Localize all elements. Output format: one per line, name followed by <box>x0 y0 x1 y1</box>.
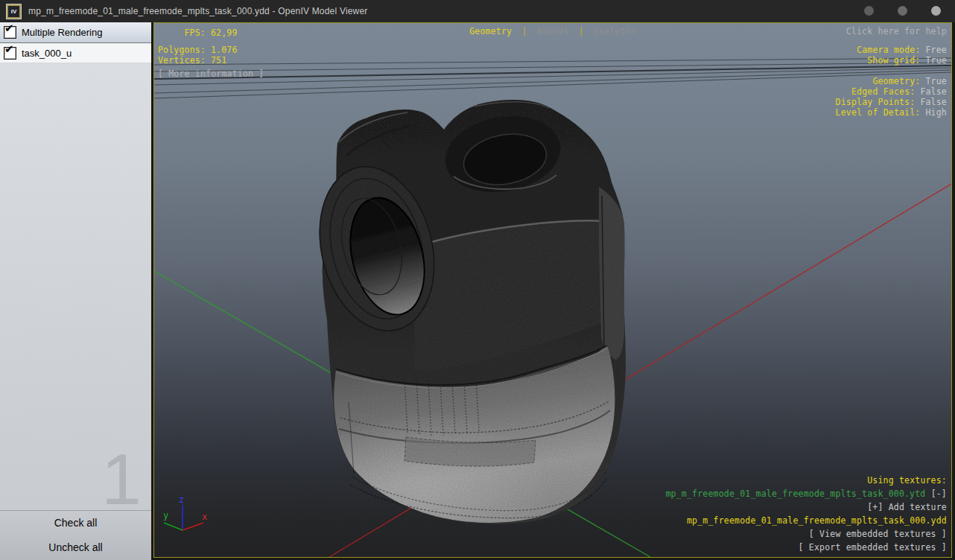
maximize-button[interactable] <box>898 6 907 16</box>
3d-viewport[interactable]: z y x FPS: 62,99 Polygons: 1.076 Vertice… <box>153 22 952 558</box>
tab-separator: | <box>579 26 584 36</box>
uncheck-all-button[interactable]: Uncheck all <box>0 535 151 560</box>
model-item-checkbox[interactable]: ✔ <box>4 47 16 60</box>
more-information-link[interactable]: [ More information ] <box>158 69 264 79</box>
sidebar-buttons: Check all Uncheck all <box>0 510 151 560</box>
ytd-file-link[interactable]: mp_m_freemode_01_male_freemode_mplts_tas… <box>665 489 925 499</box>
vertices-label: Vertices: <box>158 55 206 66</box>
edged-faces-option[interactable]: Edged Faces:False <box>836 86 947 97</box>
vertices-value: 751 <box>211 55 226 66</box>
model-vest <box>303 100 626 524</box>
viewer-tabs: Geometry | Bounds | Skeleton <box>154 26 951 36</box>
checkmark-icon: ✔ <box>4 23 14 34</box>
add-texture-button[interactable]: [+] Add texture <box>665 500 947 514</box>
camera-mode-option[interactable]: Camera mode:Free <box>857 45 947 55</box>
axis-gizmo: z y x <box>163 494 207 530</box>
display-points-option[interactable]: Display Points:False <box>836 97 947 107</box>
tab-separator: | <box>521 26 527 36</box>
ytd-texture-row[interactable]: mp_m_freemode_01_male_freemode_mplts_tas… <box>665 487 947 500</box>
minimize-button[interactable] <box>864 6 874 16</box>
export-embedded-textures-button[interactable]: [ Export embedded textures ] <box>665 541 947 554</box>
level-of-detail-option[interactable]: Level of Detail:High <box>836 107 947 118</box>
multiple-rendering-row[interactable]: ✔ Multiple Rendering <box>0 22 151 43</box>
model-item-row[interactable]: ✔ task_000_u <box>0 43 151 63</box>
multiple-rendering-label: Multiple Rendering <box>22 27 102 38</box>
texture-panel: Using textures: mp_m_freemode_01_male_fr… <box>665 474 947 554</box>
checkmark-icon: ✔ <box>4 44 14 55</box>
geometry-option[interactable]: Geometry:True <box>836 76 947 86</box>
polygons-value: 1.076 <box>211 45 238 55</box>
model-count-watermark: 1 <box>101 443 142 515</box>
close-button[interactable] <box>931 6 941 16</box>
polygons-label: Polygons: <box>158 45 206 55</box>
using-textures-heading: Using textures: <box>665 474 947 487</box>
ydd-file-label: mp_m_freemode_01_male_freemode_mplts_tas… <box>665 514 947 527</box>
window-title: mp_m_freemode_01_male_freemode_mplts_tas… <box>28 6 368 16</box>
title-bar: IV mp_m_freemode_01_male_freemode_mplts_… <box>0 0 955 22</box>
check-all-button[interactable]: Check all <box>0 511 151 535</box>
tab-skeleton[interactable]: Skeleton <box>594 26 636 36</box>
axis-x-label: x <box>202 512 207 522</box>
model-list-sidebar: ✔ Multiple Rendering ✔ task_000_u 1 Chec… <box>0 22 151 560</box>
axis-z-label: z <box>179 494 184 505</box>
multiple-rendering-checkbox[interactable]: ✔ <box>4 26 16 39</box>
camera-info: Camera mode:Free Show grid:True <box>857 45 947 66</box>
model-item-label: task_000_u <box>22 48 72 59</box>
tab-bounds[interactable]: Bounds <box>537 26 569 36</box>
grid-horizon-lines <box>154 58 951 98</box>
openiv-model-viewer-window: IV mp_m_freemode_01_male_freemode_mplts_… <box>0 0 955 560</box>
show-grid-option[interactable]: Show grid:True <box>857 55 947 66</box>
app-icon: IV <box>7 4 21 19</box>
axis-y-label: y <box>163 510 168 521</box>
tab-geometry[interactable]: Geometry <box>469 26 512 36</box>
help-link[interactable]: Click here for help <box>846 26 947 36</box>
render-options: Geometry:True Edged Faces:False Display … <box>836 76 947 118</box>
view-embedded-textures-button[interactable]: [ View embedded textures ] <box>665 527 947 541</box>
remove-texture-button[interactable]: [-] <box>931 489 947 499</box>
